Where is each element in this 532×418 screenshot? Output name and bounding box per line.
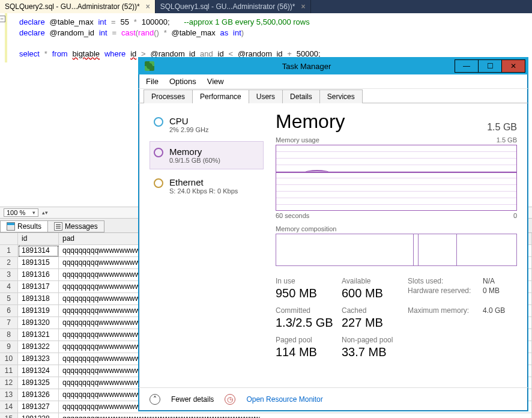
zoom-value: 100 % — [7, 209, 25, 216]
editor-tab-2[interactable]: SQLQuery1.sql - GU...Administrator (56))… — [156, 0, 311, 13]
close-button[interactable]: ✕ — [501, 59, 525, 73]
row-num: 15 — [0, 413, 18, 418]
cell-id[interactable]: 1891323 — [18, 353, 59, 365]
metric-cpu[interactable]: CPU 2% 2.99 GHz — [150, 111, 264, 139]
hw-value: 0 MB — [483, 286, 517, 305]
nonpaged-label: Non-paged pool — [342, 336, 408, 344]
eth-sub: S: 24.0 Kbps R: 0 Kbps — [169, 187, 238, 195]
cell-id[interactable]: 1891317 — [18, 281, 59, 293]
menu-file[interactable]: File — [146, 77, 159, 86]
mem-sub: 0.9/1.5 GB (60%) — [169, 157, 220, 164]
row-num: 12 — [0, 377, 18, 389]
memory-heading: Memory — [276, 111, 345, 133]
row-num: 8 — [0, 329, 18, 341]
paged-value: 114 MB — [276, 345, 342, 359]
avail-label: Available — [342, 277, 408, 285]
composition-label: Memory composition — [276, 225, 517, 232]
cell-id[interactable]: 1891320 — [18, 317, 59, 329]
editor-tab-strip: SQLQuery2.sql - GU...Administrator (52))… — [0, 0, 532, 13]
row-num: 9 — [0, 341, 18, 353]
row-num: 14 — [0, 401, 18, 413]
chevron-up-icon[interactable]: ˄ — [150, 394, 160, 405]
tab-performance[interactable]: Performance — [192, 89, 249, 103]
cell-id[interactable]: 1891318 — [18, 293, 59, 305]
cpu-sub: 2% 2.99 GHz — [169, 126, 208, 133]
tab-details[interactable]: Details — [282, 89, 320, 103]
fewer-details-link[interactable]: Fewer details — [171, 395, 214, 404]
row-num: 1 — [0, 245, 18, 257]
cell-id[interactable]: 1891315 — [18, 257, 59, 269]
cell-id[interactable]: 1891324 — [18, 365, 59, 377]
slots-label: Slots used: — [408, 277, 483, 285]
tab-results-label: Results — [17, 222, 41, 231]
cell-id[interactable]: 1891319 — [18, 305, 59, 317]
slots-value: N/A — [483, 277, 517, 285]
window-title: Task Manager — [158, 62, 455, 71]
row-num: 5 — [0, 293, 18, 305]
minimize-button[interactable]: — — [455, 59, 479, 73]
zoom-dropdown[interactable]: 100 % — [4, 208, 38, 217]
col-rownum[interactable] — [0, 233, 18, 245]
eth-title: Ethernet — [169, 177, 238, 187]
tab-messages-label: Messages — [65, 222, 98, 231]
cell-id[interactable]: 1891314 — [18, 245, 59, 257]
cell-id[interactable]: 1891328 — [18, 413, 59, 418]
memory-usage-chart[interactable] — [276, 145, 517, 211]
col-id[interactable]: id — [18, 233, 59, 245]
cell-id[interactable]: 1891325 — [18, 377, 59, 389]
inuse-label: In use — [276, 277, 342, 285]
memory-composition-chart[interactable] — [276, 234, 517, 266]
ethernet-ring-icon — [154, 178, 163, 188]
cell-id[interactable]: 1891327 — [18, 401, 59, 413]
memory-ring-icon — [154, 148, 163, 157]
memory-panel: Memory 1.5 GB Memory usage 1.5 GB 60 sec… — [276, 111, 517, 380]
committed-value: 1.3/2.5 GB — [276, 316, 342, 330]
close-icon[interactable]: × — [301, 2, 305, 11]
metric-memory[interactable]: Memory 0.9/1.5 GB (60%) — [150, 141, 264, 169]
menu-view[interactable]: View — [207, 77, 224, 86]
cell-pad[interactable]: qqqqqqqqqwwwwwwwwwwwwwwwwwwwwwwwwwwwwwww — [59, 413, 532, 418]
tab-messages[interactable]: Messages — [47, 220, 104, 232]
cell-id[interactable]: 1891326 — [18, 389, 59, 401]
grid-icon — [7, 222, 15, 231]
cell-id[interactable]: 1891316 — [18, 269, 59, 281]
cached-value: 227 MB — [342, 316, 408, 330]
max-value: 4.0 GB — [483, 306, 517, 315]
avail-value: 600 MB — [342, 286, 408, 300]
tm-tabstrip: Processes Performance Users Details Serv… — [139, 89, 528, 103]
cpu-ring-icon — [154, 117, 163, 127]
usage-label: Memory usage — [276, 136, 319, 144]
x-axis-right: 0 — [513, 212, 517, 219]
tab-users[interactable]: Users — [249, 89, 283, 103]
mem-title: Memory — [169, 147, 220, 157]
memory-stats: In use Available Slots used: N/A 950 MB … — [276, 277, 517, 364]
row-num: 3 — [0, 269, 18, 281]
tab-results[interactable]: Results — [0, 220, 48, 232]
sql-editor[interactable]: −declare @table_max int = 55 * 100000; -… — [5, 13, 532, 62]
row-num: 11 — [0, 365, 18, 377]
row-num: 7 — [0, 317, 18, 329]
messages-icon — [54, 222, 62, 231]
cell-id[interactable]: 1891322 — [18, 341, 59, 353]
tab-processes[interactable]: Processes — [144, 89, 193, 103]
zoom-spinner[interactable]: ▴▾ — [42, 210, 48, 216]
resource-monitor-icon[interactable]: ◷ — [225, 394, 235, 405]
editor-tab-2-label: SQLQuery1.sql - GU...Administrator (56))… — [160, 2, 295, 11]
open-resource-monitor-link[interactable]: Open Resource Monitor — [246, 395, 322, 404]
collapse-icon[interactable]: − — [0, 16, 5, 22]
cell-id[interactable]: 1891321 — [18, 329, 59, 341]
titlebar[interactable]: Task Manager — ☐ ✕ — [139, 58, 528, 74]
row-num: 13 — [0, 389, 18, 401]
menu-options[interactable]: Options — [169, 77, 196, 86]
hw-label: Hardware reserved: — [408, 286, 483, 305]
editor-tab-1[interactable]: SQLQuery2.sql - GU...Administrator (52))… — [0, 0, 156, 13]
close-icon[interactable]: × — [146, 2, 150, 11]
editor-tab-1-label: SQLQuery2.sql - GU...Administrator (52))… — [5, 2, 140, 11]
tab-services[interactable]: Services — [319, 89, 363, 103]
inuse-value: 950 MB — [276, 286, 342, 300]
row-num: 10 — [0, 353, 18, 365]
menu-bar: File Options View — [139, 74, 528, 89]
maximize-button[interactable]: ☐ — [478, 59, 502, 73]
metric-ethernet[interactable]: Ethernet S: 24.0 Kbps R: 0 Kbps — [150, 172, 264, 200]
table-row[interactable]: 151891328qqqqqqqqqwwwwwwwwwwwwwwwwwwwwww… — [0, 413, 532, 418]
